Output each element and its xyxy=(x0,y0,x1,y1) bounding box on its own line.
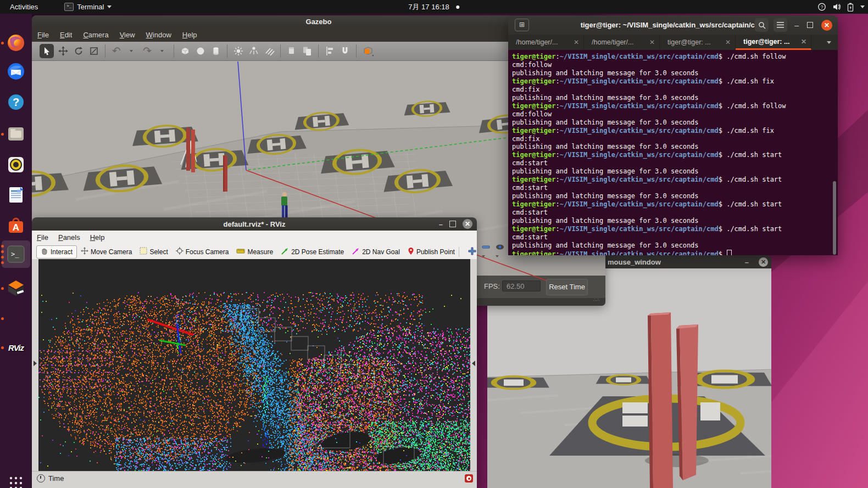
rviz-tool-move-camera[interactable]: Move Camera xyxy=(77,246,136,257)
view-box-icon[interactable] xyxy=(361,45,374,57)
close-icon[interactable]: ✕ xyxy=(463,219,472,229)
minimize-icon[interactable]: – xyxy=(439,220,443,228)
dock-item-terminal[interactable]: >_ xyxy=(4,242,28,266)
rviz-tool-select[interactable]: Select xyxy=(136,246,171,257)
rviz-3d-viewport[interactable] xyxy=(38,259,470,471)
terminal-scrollbar[interactable] xyxy=(833,181,836,255)
fps-value-field[interactable]: 62.50 xyxy=(502,281,541,291)
running-indicator-dot xyxy=(1,287,4,290)
tab-label: /home/tiger/... xyxy=(516,38,558,46)
terminal-tab-4[interactable]: tiger@tiger: ...✕ xyxy=(736,35,811,50)
gazebo-menu-help[interactable]: Help xyxy=(177,31,203,39)
tab-close-icon[interactable]: ✕ xyxy=(649,38,655,46)
undo-icon[interactable]: ↶ xyxy=(110,45,123,57)
rviz-menu-file[interactable]: File xyxy=(32,233,53,242)
terminal-titlebar[interactable]: ⊞ tiger@tiger: ~/VISIM_single/catkin_ws/… xyxy=(508,15,838,35)
paste-icon[interactable] xyxy=(301,45,313,57)
gazebo-menu-view[interactable]: View xyxy=(114,31,141,39)
select-arrow-icon[interactable] xyxy=(40,44,54,58)
toolbar-separator xyxy=(318,44,319,58)
rviz-tool-2d-nav-goal[interactable]: 2D Nav Goal xyxy=(348,246,404,258)
app-menu[interactable]: >_ Terminal xyxy=(64,3,112,11)
tab-close-icon[interactable]: ✕ xyxy=(574,38,579,46)
point-light-icon[interactable] xyxy=(232,45,244,57)
undo-menu-icon[interactable] xyxy=(126,45,138,57)
rviz-time-panel: Time xyxy=(32,471,477,485)
dock-item-help[interactable]: ? xyxy=(4,90,28,114)
running-indicator-dot xyxy=(1,317,4,320)
rviz-menu-panels[interactable]: Panels xyxy=(53,233,85,242)
dock-item-writer[interactable] xyxy=(4,183,28,207)
rviz-tool-2d-pose-estimate[interactable]: 2D Pose Estimate xyxy=(277,246,348,258)
time-panel-close-icon[interactable] xyxy=(465,474,473,483)
plus-icon[interactable] xyxy=(468,247,476,257)
directional-light-icon[interactable] xyxy=(263,45,275,57)
rviz-window: default.rviz* - RViz – ✕ FilePanelsHelp … xyxy=(32,217,477,488)
dock-item-gazebo[interactable] xyxy=(4,276,28,300)
dock-item-firefox[interactable] xyxy=(4,31,28,55)
dock-item-rhythmbox[interactable] xyxy=(4,153,28,177)
gazebo-menu-camera[interactable]: Camera xyxy=(77,31,114,39)
rviz-titlebar[interactable]: default.rviz* - RViz – ✕ xyxy=(32,217,477,231)
sphere-icon[interactable] xyxy=(194,45,207,57)
redo-menu-icon[interactable] xyxy=(157,45,169,57)
tab-close-icon[interactable]: ✕ xyxy=(725,38,731,46)
terminal-tab-1[interactable]: /home/tiger/...✕ xyxy=(508,35,584,50)
tab-close-icon[interactable]: ✕ xyxy=(801,38,806,46)
gazebo-menu-window[interactable]: Window xyxy=(141,31,177,39)
fps-label: FPS: xyxy=(484,282,500,290)
running-indicator-dot xyxy=(1,133,4,136)
show-applications-button[interactable] xyxy=(4,471,28,488)
rviz-tool-measure[interactable]: Measure xyxy=(232,247,277,257)
close-icon[interactable]: ✕ xyxy=(759,257,768,267)
search-icon[interactable] xyxy=(755,18,769,32)
menu-icon[interactable] xyxy=(774,18,787,32)
dock-item-rviz[interactable]: RViz xyxy=(4,335,28,360)
spot-light-icon[interactable] xyxy=(248,45,260,57)
running-indicator-dot xyxy=(1,261,4,264)
expand-left-panel-icon[interactable] xyxy=(34,361,37,366)
rviz-tool-publish-point[interactable]: Publish Point xyxy=(404,246,459,258)
rotate-icon[interactable] xyxy=(73,45,85,57)
network-question-icon: ? xyxy=(817,3,827,11)
redo-icon[interactable]: ↷ xyxy=(141,45,153,57)
rviz-tool-focus-camera[interactable]: Focus Camera xyxy=(172,246,233,257)
terminal-tab-2[interactable]: /home/tiger/...✕ xyxy=(584,35,660,50)
reset-time-button[interactable]: Reset Time xyxy=(546,279,588,295)
system-status-area[interactable]: ? xyxy=(817,0,865,14)
resize-grip-icon[interactable]: ∴∴ xyxy=(593,299,600,304)
volume-icon xyxy=(832,3,842,11)
maximize-icon[interactable] xyxy=(807,22,813,28)
gazebo-menu-file[interactable]: File xyxy=(32,31,54,39)
scale-icon[interactable] xyxy=(88,45,100,57)
new-tab-button[interactable]: ⊞ xyxy=(515,19,529,31)
terminal-line: tiger@tiger:~/VISIM_single/catkin_ws/src… xyxy=(512,102,838,110)
expand-right-panel-icon[interactable] xyxy=(472,361,475,366)
dock-item-thunderbird[interactable] xyxy=(4,59,28,83)
dock-item-software[interactable]: A xyxy=(4,215,28,239)
snap-icon[interactable] xyxy=(339,45,351,57)
mouse-window-titlebar[interactable]: mouse_window – ✕ xyxy=(603,255,771,268)
rviz-tool-interact[interactable]: Interact xyxy=(36,245,77,259)
dock-item-hidden-app[interactable] xyxy=(4,306,28,330)
dock-item-files[interactable] xyxy=(4,122,28,146)
align-icon[interactable] xyxy=(324,45,336,57)
translate-icon[interactable] xyxy=(57,45,69,57)
cylinder-icon[interactable] xyxy=(210,45,222,57)
tool-label: Select xyxy=(149,248,168,256)
copy-icon[interactable] xyxy=(286,45,298,57)
terminal-output[interactable]: tiger@tiger:~/VISIM_single/catkin_ws/src… xyxy=(508,50,838,255)
minimize-icon[interactable]: – xyxy=(745,258,749,266)
eye-icon[interactable] xyxy=(496,244,505,260)
activities-button[interactable]: Activities xyxy=(7,3,41,11)
close-icon[interactable]: ✕ xyxy=(821,20,832,31)
box-icon[interactable] xyxy=(179,45,191,57)
minimize-icon[interactable]: – xyxy=(794,21,799,30)
clock-area[interactable]: 7月 17 16:18 xyxy=(408,0,459,14)
terminal-tab-3[interactable]: tiger@tiger: ...✕ xyxy=(660,35,736,50)
gazebo-menu-edit[interactable]: Edit xyxy=(54,31,77,39)
tab-list-chevron-icon[interactable] xyxy=(827,41,831,44)
rviz-menu-help[interactable]: Help xyxy=(85,233,110,242)
minus-icon[interactable] xyxy=(482,244,490,260)
maximize-icon[interactable] xyxy=(449,221,456,227)
